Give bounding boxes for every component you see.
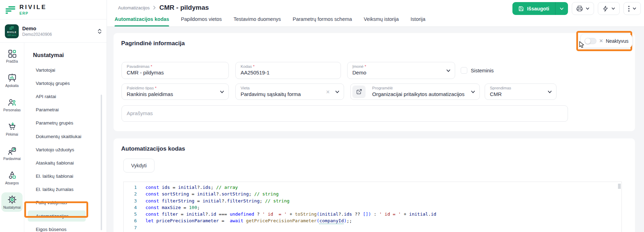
sidebar-item-dokumentu-skaitliukai[interactable]: Dokumentų skaitliukai — [24, 130, 107, 143]
rail-item-atsargos[interactable]: Atsargos — [0, 166, 24, 190]
sidebar-item-el-laisku-zurnalas[interactable]: El. laiškų žurnalas — [24, 183, 107, 196]
toggle-label: Neaktyvus — [606, 38, 628, 44]
sisteminis-checkbox[interactable] — [461, 67, 467, 74]
tab-automatizacijos-kodas[interactable]: Automatizacijos kodas — [115, 16, 169, 26]
rail-item-apskaita[interactable]: Apskaita — [0, 68, 24, 93]
rail-item-label: Pardavimai — [3, 157, 20, 161]
sidebar-item-failu-valdymas[interactable]: Failų valdymas — [24, 196, 107, 209]
editor-scrollbar-thumb[interactable] — [618, 184, 621, 189]
kodas-field[interactable]: Kodas * AA250519-1 — [235, 62, 341, 79]
aprasymas-placeholder: Aprašymas — [127, 110, 563, 116]
cart-icon — [8, 122, 17, 131]
required-asterisk: * — [363, 64, 366, 69]
chevron-down-icon — [611, 7, 615, 10]
sidebar-item-ataskaitu-sablonai[interactable]: Ataskaitų šablonai — [24, 156, 107, 169]
editor-line-numbers: 12345678 — [124, 182, 141, 232]
rail-item-label: Nustatymai — [3, 206, 20, 209]
sidebar-item-parametrai[interactable]: Parametrai — [24, 103, 107, 117]
sidebar-item-el-laisku-sablonai[interactable]: El. laiškų šablonai — [24, 170, 107, 183]
run-button[interactable]: Vykdyti — [123, 159, 154, 173]
code-line: const filterString = initial?.filterStri… — [145, 198, 621, 204]
tab-istorija[interactable]: Istorija — [411, 16, 426, 26]
breadcrumb-link-automatizacijos[interactable]: Automatizacijos — [118, 5, 150, 10]
imone-select[interactable]: Įmonė * Demo — [347, 62, 455, 79]
paleidimo-tipas-value: Rankinis paleidimas — [127, 91, 224, 97]
sidebar-item-vartotoju-grupes[interactable]: Vartotojų grupės — [24, 77, 107, 90]
kodas-value: AA250519-1 — [241, 70, 336, 75]
imone-value: Demo — [352, 70, 450, 75]
tab-papildomos-vietos[interactable]: Papildomos vietos — [181, 16, 222, 26]
rail-item-pardavimai[interactable]: Pardavimai — [0, 141, 24, 166]
chevron-down-icon — [547, 89, 552, 94]
save-button-label: Išsaugoti — [527, 6, 549, 11]
app-logo: RIVILE ERP — [0, 0, 107, 19]
rail-item-pirkimai[interactable]: Pirkimai — [0, 117, 24, 141]
aprasymas-textarea[interactable]: Aprašymas — [122, 105, 568, 122]
open-external-button[interactable] — [352, 86, 366, 98]
rail-item-label: Pradžia — [6, 59, 18, 63]
sisteminis-checkbox-wrap[interactable]: Sisteminis — [461, 62, 494, 79]
person-chart-icon — [8, 146, 17, 155]
paleidimo-tipas-select[interactable]: Paleidimo tipas * Rankinis paleidimas — [122, 83, 229, 100]
annotation-box-neaktyvus: ✕ Neaktyvus — [576, 31, 632, 51]
automation-code-heading: Automatizacijos kodas — [121, 145, 185, 152]
external-link-icon — [356, 89, 362, 95]
gear-icon — [8, 195, 17, 204]
company-selector[interactable]: RIVILE ERP demo Demo Demo20240906 — [0, 20, 107, 43]
icon-rail: PradžiaApskaitaPersonalasPirkimaiPardavi… — [0, 43, 24, 232]
chevron-down-icon — [220, 89, 224, 94]
code-line: const filter = initial?.id === undefined… — [145, 211, 621, 217]
board-chart-icon — [8, 73, 17, 82]
sidebar-item-eigos-busenos[interactable]: Eigos būsenos — [24, 223, 107, 232]
editor-code: const ids = initial?.ids; // arrayconst … — [141, 182, 621, 232]
clear-x-icon[interactable]: ✕ — [326, 89, 330, 94]
tab-parametru-formos-schema[interactable]: Parametrų formos schema — [293, 16, 352, 26]
code-line: const ids = initial?.ids; // array — [145, 184, 621, 191]
code-editor[interactable]: 12345678 const ids = initial?.ids; // ar… — [123, 182, 622, 232]
programele-select[interactable]: Programėlė Organizacijai pritaikytos aut… — [350, 83, 480, 100]
tab-bar: Automatizacijos kodasPapildomos vietosTe… — [115, 16, 425, 26]
unfold-chevrons-icon[interactable] — [98, 29, 102, 34]
code-line — [145, 224, 621, 231]
save-button[interactable]: Išsaugoti — [512, 2, 555, 15]
inactive-toggle[interactable]: ✕ Neaktyvus — [581, 34, 632, 48]
sidebar-item-vartotojo-uzduotys[interactable]: Vartotojo užduotys — [24, 143, 107, 156]
chevron-down-icon — [633, 7, 636, 10]
save-dropdown-toggle[interactable] — [555, 2, 568, 15]
tab-testavimo-duomenys[interactable]: Testavimo duomenys — [234, 16, 281, 26]
sidebar-item-automatizacijos[interactable]: Automatizacijos — [28, 210, 86, 222]
company-name: Demo — [22, 26, 52, 31]
programele-value: Organizacijai pritaikytos automatizacijo… — [372, 91, 475, 97]
rail-item-label: Pirkimai — [6, 133, 18, 136]
page-content: Pagrindinė informacija ✕ Neaktyvus Pavad… — [107, 27, 644, 232]
chevron-right-icon — [153, 6, 156, 10]
sidebar-item-parametru-grupes[interactable]: Parametrų grupės — [24, 117, 107, 130]
save-split-button[interactable]: Išsaugoti — [512, 2, 568, 15]
chevron-down-icon — [335, 89, 340, 94]
people-icon — [8, 98, 17, 107]
sidebar-item-api-raktai[interactable]: API raktai — [24, 90, 107, 103]
save-floppy-icon — [518, 6, 524, 11]
brand-sub: ERP — [19, 11, 47, 15]
toggle-clear-icon[interactable]: ✕ — [599, 38, 603, 43]
more-menu-button[interactable] — [624, 2, 641, 15]
page-header: Automatizacijos CMR - pildymas Išsaugoti — [107, 0, 644, 27]
menu-list: VartotojaiVartotojų grupėsAPI raktaiPara… — [24, 63, 107, 232]
sidebar-item-vartotojai[interactable]: Vartotojai — [24, 63, 107, 77]
breadcrumb: Automatizacijos CMR - pildymas — [118, 4, 209, 11]
tab-veiksmu-istorija[interactable]: Veiksmų istorija — [364, 16, 399, 26]
actions-dropdown-button[interactable] — [598, 2, 620, 15]
sidebar-scrollbar[interactable] — [101, 95, 102, 230]
main-info-heading: Pagrindinė informacija — [121, 40, 185, 47]
pavadinimas-field[interactable]: Pavadinimas * CMR - pildymas — [122, 62, 229, 79]
rail-item-pradzia[interactable]: Pradžia — [0, 44, 24, 68]
toggle-switch[interactable] — [585, 38, 596, 44]
rail-item-personalas[interactable]: Personalas — [0, 93, 24, 117]
vieta-select[interactable]: Vieta Pardavimų sąskaitų forma ✕ — [235, 83, 344, 100]
code-line: let pricePrecisionParameter = await getP… — [145, 217, 621, 224]
rail-item-nustatymai[interactable]: Nustatymai — [1, 192, 23, 212]
code-line: const maxSize = 100; — [145, 204, 621, 211]
print-dropdown-button[interactable] — [572, 2, 594, 15]
code-line: const sortString = initial?.sortString; … — [145, 191, 621, 197]
sprendimas-select[interactable]: Sprendimas CMR — [485, 83, 557, 100]
